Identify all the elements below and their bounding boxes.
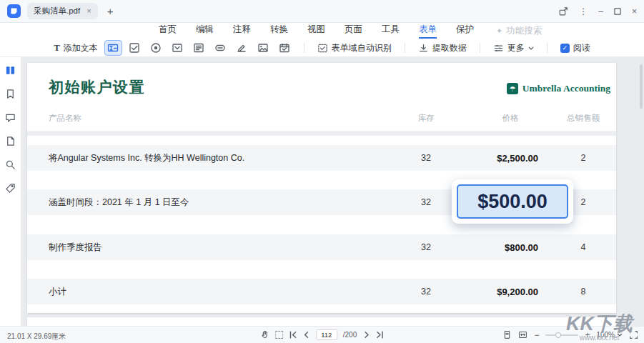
menu-dots-icon[interactable]: ⋮ — [579, 7, 588, 16]
menu-protect[interactable]: 保护 — [456, 24, 474, 39]
image-field-icon — [257, 42, 269, 54]
extract-data-icon — [418, 43, 429, 54]
menu-home[interactable]: 首页 — [159, 24, 177, 39]
list-box-icon — [193, 42, 204, 54]
more-label: 更多 — [507, 42, 525, 54]
brand-name: Umbrella Accounting — [522, 83, 610, 94]
auto-recognize-icon — [317, 43, 328, 54]
sidebar-item-comments[interactable] — [5, 112, 16, 123]
list-box-field-tool[interactable] — [190, 40, 208, 56]
snapshot-icon[interactable] — [275, 331, 283, 339]
zoom-slider[interactable] — [545, 334, 578, 336]
toolbar-divider — [304, 43, 304, 53]
read-checkbox-icon[interactable]: ✓ — [560, 44, 570, 53]
page-navigation: /200 — [260, 327, 384, 343]
cell-stock: 32 — [385, 287, 467, 297]
prev-page-button[interactable] — [302, 331, 310, 339]
read-mode-toggle[interactable]: ✓ 阅读 — [558, 42, 593, 54]
zoom-out-button[interactable]: − — [534, 331, 539, 339]
zoom-slider-knob[interactable] — [555, 332, 561, 338]
menu-form-active[interactable]: 表单 — [419, 24, 437, 39]
menu-page[interactable]: 页面 — [345, 24, 362, 39]
form-field-card[interactable]: $500.00 — [452, 179, 573, 224]
column-header-price: 价格 — [467, 113, 553, 124]
extract-data-button[interactable]: 提取数据 — [415, 42, 470, 54]
cell-product: 将Angular Systems Inc. 转换为HH Wellington C… — [49, 152, 385, 164]
radio-button-field-tool[interactable] — [147, 40, 165, 56]
document-tab-title: 采购清单.pdf — [34, 6, 80, 16]
sidebar-item-thumbnails[interactable] — [5, 65, 16, 76]
text-field-icon — [107, 42, 119, 54]
more-button[interactable]: 更多 — [490, 42, 537, 54]
tag-icon — [5, 183, 16, 194]
menu-edit[interactable]: 编辑 — [196, 24, 214, 39]
menubar: 首页 编辑 注释 转换 视图 页面 工具 表单 保护 ✦ 功能搜索 — [0, 23, 644, 39]
zoom-in-button[interactable]: + — [585, 331, 590, 339]
cell-product: 小计 — [49, 286, 385, 298]
table-row: 小计 32 $9,200.00 8 — [27, 279, 616, 304]
fullscreen-icon[interactable] — [629, 330, 638, 339]
button-field-tool[interactable] — [212, 40, 229, 56]
zoom-controls: − + 100% — [502, 327, 638, 343]
comment-icon — [5, 112, 16, 123]
app-logo-icon — [7, 4, 21, 18]
push-button-icon — [214, 42, 226, 54]
text-field-tool[interactable] — [104, 40, 122, 56]
tab-close-icon[interactable]: × — [86, 7, 91, 15]
checkbox-icon — [129, 42, 140, 54]
next-page-button[interactable] — [362, 331, 370, 339]
share-icon[interactable] — [558, 6, 568, 16]
sidebar-item-search[interactable] — [5, 159, 16, 170]
zoom-level-dropdown[interactable]: 100% — [596, 331, 623, 339]
titlebar-controls: ⋮ – × — [558, 6, 637, 16]
toolbar-divider — [405, 43, 405, 53]
page-dimensions: 21.01 X 29.69厘米 — [7, 332, 66, 342]
sidebar-item-attachments[interactable] — [5, 136, 16, 146]
pdf-page[interactable]: 初始账户设置 ☂ Umbrella Accounting 产品名称 库存 价格 … — [27, 63, 616, 313]
column-header-sales: 总销售额 — [553, 113, 613, 124]
signature-icon — [236, 42, 247, 54]
chevron-down-icon — [617, 333, 623, 337]
text-tool-icon: T — [54, 42, 60, 54]
add-text-button[interactable]: T 添加文本 — [51, 42, 101, 54]
hand-tool-icon[interactable] — [260, 330, 269, 339]
single-page-view-icon[interactable] — [502, 330, 512, 339]
new-tab-button[interactable]: + — [107, 6, 114, 16]
checkbox-field-tool[interactable] — [126, 40, 144, 56]
sidebar-item-stamps[interactable] — [5, 183, 16, 194]
add-text-label: 添加文本 — [64, 42, 98, 54]
menu-comment[interactable]: 注释 — [233, 24, 251, 39]
menu-view[interactable]: 视图 — [307, 24, 325, 39]
signature-field-tool[interactable] — [233, 40, 251, 56]
brand-logo: ☂ Umbrella Accounting — [507, 83, 610, 94]
bookmark-icon — [5, 89, 16, 99]
date-field-tool[interactable] — [276, 40, 294, 56]
sidebar-item-bookmarks[interactable] — [5, 89, 16, 99]
auto-recognize-button[interactable]: 表单域自动识别 — [314, 42, 395, 54]
last-page-button[interactable] — [376, 331, 384, 339]
column-header-stock: 库存 — [385, 113, 467, 124]
page-total: /200 — [343, 331, 357, 339]
cell-price: $800.00 — [467, 242, 553, 253]
page-number-input[interactable] — [316, 329, 337, 340]
vertical-scrollbar[interactable] — [640, 64, 643, 109]
fit-width-icon[interactable] — [518, 330, 527, 339]
image-field-tool[interactable] — [254, 40, 272, 56]
menu-convert[interactable]: 转换 — [270, 24, 288, 39]
close-button[interactable]: × — [632, 7, 637, 16]
cell-price: $9,200.00 — [467, 287, 553, 297]
feature-search[interactable]: ✦ 功能搜索 — [496, 25, 542, 37]
cell-stock: 32 — [385, 153, 467, 163]
cell-product: 涵盖时间段：2021 年 1 月 1 日至今 — [49, 197, 385, 209]
document-tab[interactable]: 采购清单.pdf × — [27, 3, 98, 19]
thumbnails-icon — [5, 65, 16, 76]
first-page-button[interactable] — [289, 331, 297, 339]
minimize-button[interactable]: – — [598, 7, 603, 16]
form-field-input[interactable]: $500.00 — [457, 184, 568, 219]
dropdown-field-tool[interactable] — [169, 40, 187, 56]
more-sliders-icon — [493, 43, 504, 54]
cell-sales: 8 — [553, 287, 613, 297]
toolbar-divider — [480, 43, 480, 53]
menu-tools[interactable]: 工具 — [382, 24, 400, 39]
maximize-button[interactable] — [614, 8, 621, 15]
